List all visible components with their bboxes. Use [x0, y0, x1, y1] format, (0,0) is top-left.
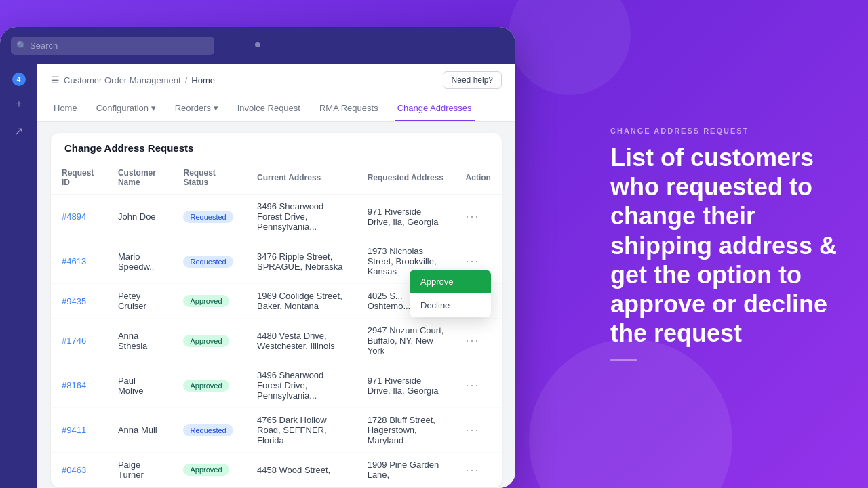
search-input[interactable]: [11, 37, 214, 55]
breadcrumb: ☰ Customer Order Management / Home: [51, 75, 215, 85]
col-requested-address: Requested Address: [357, 161, 455, 195]
cell-status: Approved: [172, 363, 246, 408]
tab-change-addresses[interactable]: Change Addresses: [395, 96, 475, 121]
requests-table: Request ID Customer Name Request Status …: [51, 161, 502, 487]
layout: 4 ＋ ↗ ☰ Customer Order Management / Home…: [0, 64, 515, 488]
col-request-id: Request ID: [51, 161, 107, 195]
table-row: #9411 Anna Mull Requested 4765 Dark Holl…: [51, 408, 502, 453]
info-divider: [610, 359, 637, 361]
status-badge: Requested: [183, 211, 233, 223]
nav-tabs: Home Configuration ▾ Reorders ▾ Invoice …: [37, 96, 515, 122]
cell-name: Petey Cruiser: [107, 284, 173, 319]
table-area: Change Address Requests Request ID Custo…: [37, 122, 515, 488]
decline-option[interactable]: Decline: [410, 293, 491, 317]
cell-status: Approved: [172, 319, 246, 363]
table-title: Change Address Requests: [51, 133, 502, 161]
action-menu-trigger[interactable]: ···: [466, 463, 480, 476]
cell-action: ···: [455, 408, 502, 453]
col-customer-name: Customer Name: [107, 161, 173, 195]
cell-requested-address: 971 Riverside Drive, Ila, Georgia: [357, 363, 455, 408]
status-badge: Approved: [183, 335, 229, 347]
cell-name: Anna Mull: [107, 408, 173, 453]
action-menu-trigger[interactable]: ···: [466, 333, 480, 347]
request-id-link[interactable]: #9411: [62, 425, 86, 435]
request-id-link[interactable]: #8164: [62, 380, 86, 390]
cell-id: #4613: [51, 239, 107, 284]
cell-name: Anna Sthesia: [107, 319, 173, 363]
breadcrumb-app-link[interactable]: Customer Order Management: [64, 75, 181, 85]
table-row: #0463 Paige Turner Approved 4458 Wood St…: [51, 453, 502, 487]
cell-status: Requested: [172, 408, 246, 453]
cell-id: #8164: [51, 363, 107, 408]
cell-name: Mario Speedw..: [107, 239, 173, 284]
breadcrumb-current: Home: [191, 75, 215, 85]
cell-current-address: 3496 Shearwood Forest Drive, Pennsylvani…: [246, 195, 357, 239]
add-icon[interactable]: ＋: [14, 97, 24, 111]
table-row: #1746 Anna Sthesia Approved 4480 Vesta D…: [51, 319, 502, 363]
action-menu-trigger[interactable]: ···: [466, 423, 480, 436]
cell-name: John Doe: [107, 195, 173, 239]
cell-name: Paige Turner: [107, 453, 173, 487]
request-id-link[interactable]: #9435: [62, 296, 86, 306]
status-badge: Approved: [183, 295, 229, 307]
tab-rma-requests[interactable]: RMA Requests: [317, 96, 381, 121]
tab-invoice-request[interactable]: Invoice Request: [235, 96, 303, 121]
cell-action: ···: [455, 453, 502, 487]
export-icon[interactable]: ↗: [14, 125, 23, 138]
action-dropdown: Approve Decline: [410, 270, 491, 317]
cell-status: Approved: [172, 284, 246, 319]
info-panel: CHANGE ADDRESS REQUEST List of customers…: [610, 127, 841, 361]
cell-requested-address: 971 Riverside Drive, Ila, Georgia: [357, 195, 455, 239]
app-card: 🔍 4 ＋ ↗ ☰ Customer Order Management / Ho…: [0, 27, 515, 488]
info-label: CHANGE ADDRESS REQUEST: [610, 127, 841, 135]
cell-current-address: 1969 Coolidge Street, Baker, Montana: [246, 284, 357, 319]
cell-current-address: 3476 Ripple Street, SPRAGUE, Nebraska: [246, 239, 357, 284]
cell-action: ···: [455, 363, 502, 408]
sidebar: 4 ＋ ↗: [0, 64, 37, 488]
cell-action: ···: [455, 195, 502, 239]
cell-current-address: 4480 Vesta Drive, Westchester, Illinois: [246, 319, 357, 363]
cell-current-address: 4458 Wood Street,: [246, 453, 357, 487]
search-wrapper: 🔍: [11, 37, 214, 55]
table-row: #8164 Paul Molive Approved 3496 Shearwoo…: [51, 363, 502, 408]
info-title: List of customers who requested to chang…: [610, 143, 841, 348]
sidebar-badge: 4: [12, 73, 26, 86]
cell-current-address: 4765 Dark Hollow Road, SEFFNER, Florida: [246, 408, 357, 453]
col-action: Action: [455, 161, 502, 195]
cell-name: Paul Molive: [107, 363, 173, 408]
tab-home[interactable]: Home: [51, 96, 80, 121]
table-row: #4894 John Doe Requested 3496 Shearwood …: [51, 195, 502, 239]
cell-status: Requested: [172, 239, 246, 284]
status-badge: Approved: [183, 380, 229, 392]
col-request-status: Request Status: [172, 161, 246, 195]
status-badge: Requested: [183, 256, 233, 268]
approve-option[interactable]: Approve: [410, 270, 491, 293]
cell-requested-address: 2947 Nuzum Court, Buffalo, NY, New York: [357, 319, 455, 363]
help-button[interactable]: Need help?: [443, 71, 502, 89]
cell-status: Requested: [172, 195, 246, 239]
action-menu-trigger[interactable]: ···: [466, 378, 480, 392]
tab-configuration[interactable]: Configuration ▾: [94, 96, 159, 121]
col-current-address: Current Address: [246, 161, 357, 195]
cell-action: ···: [455, 319, 502, 363]
breadcrumb-sep: /: [185, 75, 188, 85]
dot-indicator: [255, 42, 260, 47]
request-id-link[interactable]: #4613: [62, 256, 86, 266]
action-menu-trigger[interactable]: ···: [466, 254, 480, 268]
request-id-link[interactable]: #1746: [62, 336, 86, 346]
cell-status: Approved: [172, 453, 246, 487]
breadcrumb-icon: ☰: [51, 75, 60, 85]
cell-id: #9411: [51, 408, 107, 453]
cell-id: #4894: [51, 195, 107, 239]
cell-requested-address: 1909 Pine Garden Lane,: [357, 453, 455, 487]
request-id-link[interactable]: #4894: [62, 211, 86, 222]
action-menu-trigger[interactable]: ···: [466, 209, 480, 223]
status-badge: Approved: [183, 464, 229, 476]
status-badge: Requested: [183, 424, 233, 436]
breadcrumb-bar: ☰ Customer Order Management / Home Need …: [37, 64, 515, 96]
cell-id: #0463: [51, 453, 107, 487]
tab-reorders[interactable]: Reorders ▾: [172, 96, 221, 121]
cell-current-address: 3496 Shearwood Forest Drive, Pennsylvani…: [246, 363, 357, 408]
request-id-link[interactable]: #0463: [62, 465, 86, 475]
main-content: ☰ Customer Order Management / Home Need …: [37, 64, 515, 488]
